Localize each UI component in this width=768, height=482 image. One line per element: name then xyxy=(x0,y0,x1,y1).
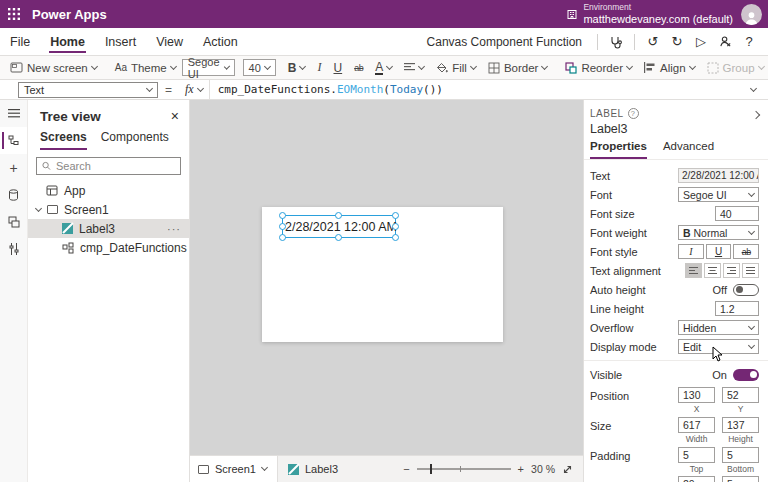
visible-toggle[interactable] xyxy=(733,369,759,381)
bold-button[interactable]: B xyxy=(282,58,312,78)
property-row-text: Text 2/28/2021 12:00 AM xyxy=(584,166,768,185)
tree-item-app[interactable]: App xyxy=(28,181,189,200)
tree-item-label3[interactable]: Label3 ··· xyxy=(28,219,189,238)
undo-button[interactable]: ↺ xyxy=(642,31,664,53)
underline-button[interactable]: U xyxy=(327,58,348,78)
help-button[interactable]: ? xyxy=(738,31,760,53)
resize-handle[interactable] xyxy=(279,223,286,230)
share-button[interactable] xyxy=(714,31,736,53)
tab-advanced[interactable]: Advanced xyxy=(663,140,714,159)
padding-right-field[interactable]: 5 xyxy=(722,476,759,482)
overflow-select[interactable]: Hidden xyxy=(678,320,759,335)
menu-view[interactable]: View xyxy=(146,28,193,55)
zoom-out-button[interactable]: − xyxy=(403,463,409,475)
tree-search[interactable] xyxy=(36,157,181,175)
waffle-icon[interactable] xyxy=(0,0,28,28)
resize-handle[interactable] xyxy=(279,234,286,241)
auto-height-toggle[interactable] xyxy=(733,284,759,296)
rail-insert-button[interactable]: + xyxy=(0,154,27,181)
new-screen-button[interactable]: New screen xyxy=(4,58,103,78)
strikethrough-button[interactable]: ab xyxy=(733,244,759,259)
zoom-slider-thumb[interactable] xyxy=(430,464,432,474)
environment-picker[interactable]: Environment matthewdevaney.com (default) xyxy=(566,3,733,25)
border-button[interactable]: Border xyxy=(482,58,554,78)
hamburger-button[interactable] xyxy=(0,100,27,127)
italic-button[interactable]: I xyxy=(678,244,704,259)
position-x-field[interactable]: 130 xyxy=(678,387,715,403)
font-family-select[interactable]: Segoe UI xyxy=(182,59,235,76)
formula-expand-chevron[interactable] xyxy=(750,84,757,91)
rail-media-button[interactable] xyxy=(0,208,27,235)
rail-tree-view-button[interactable] xyxy=(0,127,27,154)
menu-file[interactable]: File xyxy=(0,28,40,55)
selected-label-control[interactable]: 2/28/2021 12:00 AM xyxy=(282,215,396,238)
align-button[interactable]: Align xyxy=(638,58,701,78)
chevron-down-icon[interactable] xyxy=(261,464,268,471)
help-icon[interactable]: ? xyxy=(628,108,639,119)
property-select[interactable]: Text xyxy=(18,82,158,98)
padding-left-field[interactable]: 20 xyxy=(678,476,715,482)
resize-handle[interactable] xyxy=(392,212,399,219)
fx-button[interactable]: fx xyxy=(179,80,210,99)
chevron-down-icon xyxy=(146,84,153,91)
zoom-slider[interactable] xyxy=(417,468,511,470)
reorder-button[interactable]: Reorder xyxy=(559,58,638,78)
italic-button[interactable]: I xyxy=(311,58,327,78)
font-size-field[interactable]: 40 xyxy=(715,206,759,221)
strikethrough-button[interactable]: ab xyxy=(348,58,369,78)
rail-data-button[interactable] xyxy=(0,181,27,208)
statusbar-control-crumb[interactable]: Label3 xyxy=(278,463,348,475)
formula-input[interactable]: cmp_DateFunctions.EOMonth(Today()) xyxy=(218,83,443,96)
tab-screens[interactable]: Screens xyxy=(40,130,87,150)
menu-action[interactable]: Action xyxy=(193,28,248,55)
redo-button[interactable]: ↻ xyxy=(666,31,688,53)
menu-home[interactable]: Home xyxy=(40,28,95,55)
align-justify-button[interactable] xyxy=(742,263,759,278)
chevron-expanded-icon[interactable] xyxy=(35,204,42,211)
display-mode-select[interactable]: Edit xyxy=(678,339,759,354)
tree-item-screen1[interactable]: Screen1 xyxy=(28,200,189,219)
resize-handle[interactable] xyxy=(392,223,399,230)
size-height-field[interactable]: 137 xyxy=(722,417,759,433)
font-color-button[interactable]: A xyxy=(369,58,398,78)
statusbar-screen-tab[interactable]: Screen1 xyxy=(190,456,278,482)
reorder-icon xyxy=(565,62,577,74)
align-center-button[interactable] xyxy=(704,263,721,278)
font-size-select[interactable]: 40 xyxy=(243,59,276,76)
resize-handle[interactable] xyxy=(392,234,399,241)
align-left-button[interactable] xyxy=(685,263,702,278)
fill-button[interactable]: Fill xyxy=(430,58,482,78)
tab-properties[interactable]: Properties xyxy=(590,140,647,159)
padding-bottom-field[interactable]: 5 xyxy=(722,447,759,463)
theme-button[interactable]: Aa Theme xyxy=(109,58,182,78)
underline-button[interactable]: U xyxy=(706,244,732,259)
resize-handle[interactable] xyxy=(335,212,342,219)
tab-components[interactable]: Components xyxy=(101,130,169,150)
close-icon[interactable]: × xyxy=(171,108,179,124)
text-value-field[interactable]: 2/28/2021 12:00 AM xyxy=(678,168,759,183)
menu-insert[interactable]: Insert xyxy=(95,28,146,55)
position-y-field[interactable]: 52 xyxy=(722,387,759,403)
play-button[interactable]: ▷ xyxy=(690,31,712,53)
fit-to-window-icon[interactable] xyxy=(562,464,573,475)
formula-bar: Text = fx cmp_DateFunctions.EOMonth(Toda… xyxy=(0,80,768,100)
resize-handle[interactable] xyxy=(335,234,342,241)
screen-artboard[interactable]: 2/28/2021 12:00 AM xyxy=(262,207,503,342)
app-checker-button[interactable] xyxy=(605,31,627,53)
search-input[interactable] xyxy=(56,160,175,172)
align-right-button[interactable] xyxy=(723,263,740,278)
padding-top-field[interactable]: 5 xyxy=(678,447,715,463)
font-weight-select[interactable]: B Normal xyxy=(678,225,759,240)
zoom-in-button[interactable]: + xyxy=(518,463,524,475)
more-options-icon[interactable]: ··· xyxy=(167,223,181,235)
resize-handle[interactable] xyxy=(279,212,286,219)
panel-collapse-chevron[interactable] xyxy=(752,111,760,119)
line-height-field[interactable]: 1.2 xyxy=(715,301,759,316)
tree-item-cmp-datefunctions[interactable]: cmp_DateFunctions xyxy=(28,238,189,257)
font-select[interactable]: Segoe UI xyxy=(678,187,759,202)
design-canvas[interactable]: 2/28/2021 12:00 AM xyxy=(190,100,583,455)
rail-advanced-tools-button[interactable] xyxy=(0,235,27,262)
text-align-button[interactable] xyxy=(398,58,430,78)
size-width-field[interactable]: 617 xyxy=(678,417,715,433)
user-avatar[interactable] xyxy=(741,4,762,25)
